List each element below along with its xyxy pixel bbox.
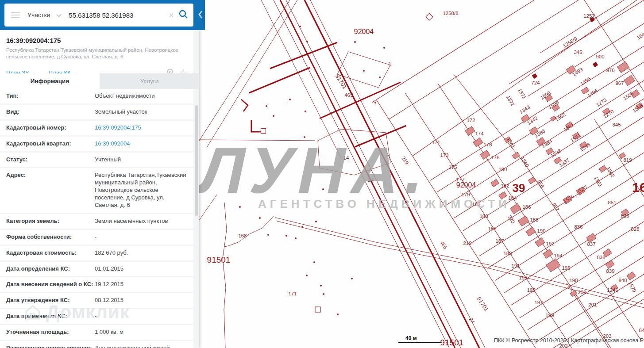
table-row: Вид:Земельный участок bbox=[0, 105, 193, 121]
map-boundary-line bbox=[463, 117, 644, 231]
map-parcel-label: 176 bbox=[483, 142, 492, 147]
map-parcel-label: 182 bbox=[501, 183, 509, 188]
tab-services[interactable]: Услуги bbox=[100, 73, 199, 89]
map-point-marker bbox=[323, 293, 324, 295]
row-value: - bbox=[95, 233, 190, 241]
row-label: Дата определения КС: bbox=[6, 265, 95, 273]
map-parcel-label: 465 bbox=[344, 92, 353, 98]
map-parcel-label: 168 bbox=[238, 233, 247, 238]
map-quarter-label: 39 bbox=[513, 181, 525, 195]
map-parcel-label: 1273 bbox=[595, 97, 608, 108]
map-building bbox=[473, 138, 483, 147]
row-value: 08.12.2015 bbox=[95, 297, 190, 304]
map-building bbox=[518, 216, 529, 226]
map-parcel-label: 91701 bbox=[476, 295, 490, 312]
map-building bbox=[526, 227, 536, 237]
map-point-marker bbox=[363, 70, 365, 72]
table-row: Статус:Учтенный bbox=[0, 153, 193, 168]
map-building bbox=[617, 61, 629, 73]
map-parcel-label: 180 bbox=[498, 167, 507, 172]
map-parcel-label: 187 bbox=[495, 238, 504, 244]
search-category-dropdown[interactable]: Участки bbox=[27, 11, 50, 19]
row-value-link[interactable]: 16:39:092004 bbox=[95, 140, 190, 148]
row-value: Земельный участок bbox=[95, 108, 190, 116]
map-point-marker bbox=[299, 26, 301, 27]
table-row: Уточненная площадь:1 000 кв. м bbox=[0, 325, 193, 341]
map-parcel-label: 193 bbox=[519, 275, 527, 280]
map-parcel-label: 174 bbox=[475, 131, 484, 136]
map-point-marker bbox=[289, 99, 291, 100]
row-value-link[interactable]: 16:39:092004:175 bbox=[95, 124, 190, 132]
map-point-marker bbox=[259, 217, 261, 219]
parcel-info-table: Тип:Объект недвижимостиВид:Земельный уча… bbox=[0, 89, 193, 348]
info-sidebar: 16:39:092004:175 Республика Татарстан,Ту… bbox=[0, 0, 199, 348]
map-boundary-line bbox=[249, 68, 310, 93]
map-parcel-label: 1340 bbox=[520, 156, 530, 168]
map-point-marker bbox=[267, 234, 269, 236]
row-value: Республика Татарстан,Тукаевский муниципа… bbox=[95, 172, 190, 209]
map-point-marker bbox=[374, 102, 376, 103]
map-point-marker bbox=[379, 76, 381, 78]
map-point-marker bbox=[383, 47, 385, 49]
row-label: Кадастровая стоимость: bbox=[6, 249, 95, 257]
map-parcel-label: 837 bbox=[587, 241, 595, 247]
map-building bbox=[512, 152, 520, 159]
table-row: Категория земель:Земли населённых пункто… bbox=[0, 214, 193, 230]
map-point-marker bbox=[354, 41, 356, 43]
chevron-down-icon[interactable] bbox=[56, 11, 62, 19]
map-building bbox=[599, 165, 606, 172]
row-label: Кадастровый номер: bbox=[6, 124, 95, 132]
clear-search-icon[interactable]: × bbox=[169, 11, 174, 19]
map-parcel-label: 24 bbox=[468, 317, 476, 325]
search-input[interactable] bbox=[69, 11, 169, 19]
map-parcel-label: 200 bbox=[578, 290, 586, 295]
map-parcel-label: 836 bbox=[574, 224, 582, 229]
map-point-marker bbox=[315, 221, 317, 222]
map-parcel-label: 1495 bbox=[579, 76, 592, 87]
map-quarter-label: 91501 bbox=[440, 338, 464, 347]
row-value: Земли населённых пунктов bbox=[95, 218, 190, 225]
scrollbar-thumb[interactable] bbox=[195, 105, 198, 216]
map-parcel-label: 828 bbox=[631, 226, 639, 232]
map-boundary-line bbox=[224, 216, 274, 247]
map-building bbox=[624, 75, 635, 85]
search-icon[interactable] bbox=[178, 9, 188, 21]
menu-icon[interactable] bbox=[11, 11, 20, 19]
map-parcel-label: 199 bbox=[545, 313, 554, 318]
map-building bbox=[510, 203, 521, 214]
table-row: Дата определения КС:01.01.2015 bbox=[0, 262, 193, 278]
map-parcel-label: 1362 bbox=[605, 166, 616, 178]
cadastral-map[interactable]: 9200492004915019150139169170191701465114… bbox=[199, 0, 644, 348]
map-parcel-label: 819 bbox=[623, 157, 632, 163]
map-boundary-line bbox=[241, 99, 248, 111]
map-parcel-label: 1 bbox=[389, 61, 391, 66]
table-row: Кадастровый номер:16:39:092004:175 bbox=[0, 121, 193, 137]
row-value: Объект недвижимости bbox=[95, 92, 190, 100]
map-boundary-line bbox=[251, 120, 261, 132]
row-label: Дата внесения сведений о КС: bbox=[6, 281, 95, 288]
collapse-panel-icon[interactable] bbox=[197, 10, 204, 21]
row-label: Дата утверждения КС: bbox=[6, 297, 95, 304]
tab-information[interactable]: Информация bbox=[0, 73, 100, 89]
search-box: Участки × bbox=[4, 4, 193, 27]
map-parcel-label: 177 bbox=[456, 177, 464, 182]
map-parcel-label: 826 bbox=[621, 213, 629, 218]
map-point-marker bbox=[306, 41, 308, 42]
map-watermark-subtitle: АГЕНТСТВО НЕДВИЖИМОСТИ bbox=[258, 197, 510, 211]
row-label: Форма собственности: bbox=[6, 233, 95, 241]
map-boundary-line bbox=[207, 0, 297, 147]
map-parcel-label: 219 bbox=[463, 241, 471, 246]
row-value: Учтенный bbox=[95, 156, 190, 164]
map-parcel-label: 724 bbox=[531, 80, 540, 85]
map-point-marker bbox=[313, 261, 315, 263]
row-label: Кадастровый квартал: bbox=[6, 140, 95, 148]
map-parcel-label: 851 bbox=[608, 200, 616, 205]
map-boundary-line bbox=[223, 203, 227, 348]
row-value: 1 000 кв. м bbox=[95, 329, 190, 336]
row-value: 19.12.2015 bbox=[95, 281, 190, 288]
map-parcel-label: 190 bbox=[537, 228, 545, 233]
map-parcel-label: 202 bbox=[559, 343, 567, 348]
map-point-marker bbox=[285, 235, 287, 237]
row-value: 182 670 руб. bbox=[95, 249, 190, 257]
table-row: Кадастровый квартал:16:39:092004 bbox=[0, 137, 193, 153]
